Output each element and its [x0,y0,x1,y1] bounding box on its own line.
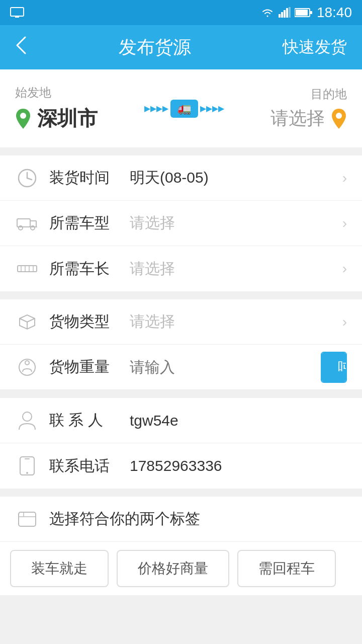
clock-svg [18,169,37,188]
svg-point-11 [336,113,342,119]
arrow-icon-2: › [342,215,347,231]
svg-rect-9 [310,11,312,14]
contact-section: 联 系 人 tgw54e 联系电话 17852963336 [0,398,362,489]
route-section: 始发地 深圳市 ▶▶▶▶ 🚛 ▶▶▶▶ 目的地 请选择 [0,69,362,147]
svg-point-29 [25,361,29,365]
tags-header-row: 选择符合你的两个标签 [0,497,362,542]
origin-pin-icon [15,108,31,130]
arrow-icon-4: › [342,314,347,330]
cargo-type-row[interactable]: 货物类型 请选择 › [0,299,362,345]
divider-3 [0,390,362,398]
box-icon [15,310,39,334]
contact-phone-value: 17852963336 [130,457,347,474]
vehicle-length-label: 所需车长 [49,259,130,279]
svg-rect-33 [19,512,36,526]
time-display: 18:40 [317,5,352,21]
divider-2 [0,291,362,299]
vehicle-type-value: 请选择 [130,213,342,233]
weight-unit-toggle: 吨 方 [321,352,347,383]
route-arrow-area: ▶▶▶▶ 🚛 ▶▶▶▶ [98,100,270,118]
clock-icon [15,166,39,190]
signal-icon [279,7,291,18]
svg-rect-6 [289,7,291,18]
status-left-icons [10,7,24,18]
contact-phone-row: 联系电话 17852963336 [0,443,362,489]
phone-icon [15,454,39,478]
dest-city[interactable]: 目的地 请选择 [270,86,347,131]
origin-city-name: 深圳市 [15,105,98,132]
svg-rect-2 [279,14,281,18]
loading-time-value: 明天(08-05) [130,168,342,188]
svg-rect-0 [11,8,24,16]
loading-time-label: 装货时间 [49,168,130,188]
svg-rect-20 [18,266,37,272]
tag-button-3[interactable]: 需回程车 [237,550,336,587]
svg-point-32 [26,472,28,474]
svg-point-30 [23,412,32,421]
dest-city-name: 请选择 [270,106,347,131]
wifi-icon [260,7,275,18]
tag-buttons-row: 装车就走 价格好商量 需回程车 [0,542,362,595]
weight-input[interactable] [130,359,321,376]
svg-rect-5 [286,8,288,18]
arrow-icon-3: › [342,261,347,277]
box-svg [18,312,37,332]
svg-rect-15 [17,219,30,227]
tag-button-1[interactable]: 装车就走 [10,550,109,587]
ruler-icon [15,257,39,281]
back-button[interactable] [15,35,27,60]
arrow-icon-1: › [342,170,347,186]
divider-1 [0,147,362,155]
divider-4 [0,489,362,497]
quick-ship-button[interactable]: 快速发货 [283,36,347,58]
tags-section: 选择符合你的两个标签 装车就走 价格好商量 需回程车 [0,497,362,595]
loading-time-row[interactable]: 装货时间 明天(08-05) › [0,155,362,201]
dest-label: 目的地 [311,86,347,102]
contact-name-label: 联 系 人 [49,410,130,431]
truck-svg [16,216,38,231]
weight-icon [15,355,39,379]
page-title: 发布货源 [119,35,191,60]
svg-rect-4 [284,10,286,18]
svg-rect-1 [15,16,19,18]
weight-label: 货物重量 [49,357,130,377]
svg-rect-8 [296,10,308,16]
vehicle-length-row[interactable]: 所需车长 请选择 › [0,246,362,291]
cargo-type-value: 请选择 [130,311,342,332]
phone-svg [19,456,35,476]
back-icon [15,35,27,55]
svg-rect-3 [281,12,283,18]
svg-line-14 [27,178,32,180]
status-right-icons: 18:40 [260,5,352,21]
vehicle-type-label: 所需车型 [49,213,130,233]
page-header: 发布货源 快速发货 [0,25,362,69]
cargo-type-label: 货物类型 [49,311,130,332]
svg-line-25 [20,318,27,322]
form-section-1: 装货时间 明天(08-05) › 所需车型 请选择 › [0,155,362,291]
svg-point-28 [19,359,35,375]
tag-svg [18,510,37,528]
contact-name-row: 联 系 人 tgw54e [0,398,362,443]
dest-pin-icon [331,108,347,130]
tag-icon [15,507,39,531]
truck-animation: 🚛 [170,100,198,118]
vehicle-length-value: 请选择 [130,259,342,279]
origin-label: 始发地 [15,85,51,101]
svg-line-26 [27,318,35,322]
ruler-svg [17,262,37,276]
vehicle-type-row[interactable]: 所需车型 请选择 › [0,201,362,246]
truck-type-icon [15,211,39,235]
tag-button-2[interactable]: 价格好商量 [117,550,229,587]
form-section-2: 货物类型 请选择 › 货物重量 吨 方 [0,299,362,390]
contact-phone-label: 联系电话 [49,456,130,476]
contact-name-value: tgw54e [130,412,347,429]
unit-ton-button[interactable]: 吨 [322,353,347,382]
weight-svg [18,358,37,377]
weight-row: 货物重量 吨 方 [0,345,362,390]
svg-point-10 [20,113,26,119]
battery-icon [295,8,313,18]
person-svg [18,411,36,431]
tags-label: 选择符合你的两个标签 [49,509,200,529]
screen-icon [10,7,24,18]
origin-city[interactable]: 始发地 深圳市 [15,85,98,132]
